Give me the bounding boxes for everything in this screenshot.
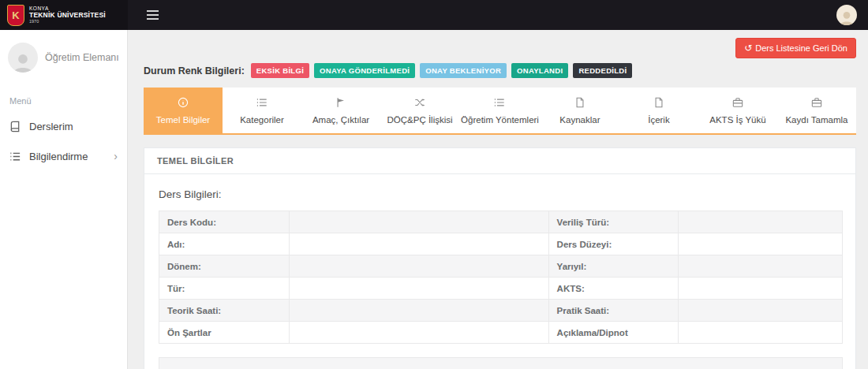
sidebar-item-label: Derslerim [29, 121, 73, 132]
sidebar-profile: Öğretim Elemanı [0, 30, 127, 80]
chevron-right-icon: › [114, 150, 118, 162]
shield-icon: K [7, 5, 24, 26]
briefcase-icon [811, 97, 822, 108]
status-badge-onaylandi: ONAYLANDI [511, 63, 568, 78]
field-value [679, 233, 843, 255]
main-content: ↺ Ders Listesine Geri Dön Durum Renk Bil… [128, 30, 868, 369]
file-icon [653, 97, 664, 108]
field-value [679, 255, 843, 278]
user-avatar[interactable] [836, 5, 857, 25]
panel-title: TEMEL BİLGİLER [144, 148, 855, 174]
tab-kaydi-tamamla[interactable]: Kaydı Tamamla [777, 88, 856, 133]
briefcase-icon [732, 97, 743, 108]
menu-section-label: Menü [0, 80, 127, 112]
tab-label: İçerik [648, 115, 669, 125]
undo-icon: ↺ [744, 43, 752, 53]
brand-text: KONYA TEKNİK ÜNİVERSİTESİ 1970 [29, 6, 106, 24]
tab-label: Kategoriler [240, 115, 284, 125]
table-row: Dönem: Yarıyıl: [159, 255, 843, 278]
field-label: Pratik Saati: [548, 300, 679, 322]
back-to-course-list-button[interactable]: ↺ Ders Listesine Geri Dön [735, 38, 856, 58]
field-label: AKTS: [548, 278, 679, 300]
shuffle-icon [414, 97, 425, 108]
legend-label: Durum Renk Bilgileri: [144, 65, 245, 76]
list-icon [256, 97, 268, 108]
brand-line3: 1970 [29, 19, 106, 24]
field-label: Tür: [159, 278, 290, 300]
list-icon [494, 97, 505, 108]
field-label: Ön Şartlar [159, 322, 290, 344]
temel-bilgiler-panel: TEMEL BİLGİLER Ders Bilgileri: Ders Kodu… [144, 147, 856, 369]
course-edit-tabbar: Temel Bilgiler Kategoriler Amaç, Çıktıla… [144, 88, 856, 135]
field-value [289, 233, 548, 255]
profile-name: Öğretim Elemanı [45, 52, 119, 63]
sidebar-item-derslerim[interactable]: Derslerim [0, 112, 127, 141]
flag-icon [335, 97, 346, 108]
field-value [289, 255, 548, 278]
person-icon [11, 51, 35, 73]
field-label: Ders Kodu: [159, 211, 290, 233]
table-row: Adı: Ders Düzeyi: [159, 233, 843, 255]
field-label: Yarıyıl: [548, 255, 679, 278]
field-label: Adı: [159, 233, 290, 255]
field-value [289, 300, 548, 322]
tab-label: DÖÇ&PÇ İlişkisi [387, 115, 453, 125]
table-row: Ders Kodu: Veriliş Türü: [159, 211, 843, 233]
status-badge-onaya-gonderilmedi: ONAYA GÖNDERİLMEDİ [314, 63, 415, 78]
sidebar: Öğretim Elemanı Menü Derslerim Bilgilend… [0, 30, 128, 369]
tab-doc-pc-iliskisi[interactable]: DÖÇ&PÇ İlişkisi [380, 88, 459, 133]
tab-label: AKTS İş Yükü [709, 115, 765, 125]
field-value [289, 278, 548, 300]
field-value [679, 300, 843, 322]
tab-label: Amaç, Çıktılar [312, 115, 369, 125]
field-label: Dönem: [159, 255, 290, 278]
field-value [679, 211, 843, 233]
sidebar-item-bilgilendirme[interactable]: Bilgilendirme › [0, 141, 127, 171]
list-icon [9, 151, 21, 162]
tab-ogretim-yontemleri[interactable]: Öğretim Yöntemleri [459, 88, 541, 133]
field-label: Ders Düzeyi: [548, 233, 679, 255]
tab-akts-is-yuku[interactable]: AKTS İş Yükü [698, 88, 777, 133]
field-value [679, 278, 843, 300]
info-icon [178, 97, 189, 108]
tab-temel-bilgiler[interactable]: Temel Bilgiler [144, 88, 223, 133]
field-value [679, 322, 843, 344]
hamburger-icon[interactable] [144, 7, 162, 23]
next-section-row [159, 357, 843, 369]
tab-label: Temel Bilgiler [156, 115, 210, 125]
person-icon [838, 9, 855, 25]
sidebar-item-label: Bilgilendirme [29, 151, 88, 162]
table-row: Tür: AKTS: [159, 278, 843, 300]
table-row: Teorik Saati: Pratik Saati: [159, 300, 843, 322]
back-button-label: Ders Listesine Geri Dön [755, 43, 847, 53]
brand-line2: TEKNİK ÜNİVERSİTESİ [29, 12, 106, 20]
field-label: Teorik Saati: [159, 300, 290, 322]
status-badge-eksik-bilgi: EKSİK BİLGİ [251, 63, 309, 78]
field-label: Açıklama/Dipnot [548, 322, 679, 344]
status-badge-reddedildi: REDDEDİLDİ [573, 63, 632, 78]
table-row: Ön Şartlar Açıklama/Dipnot [159, 322, 843, 344]
university-logo[interactable]: K KONYA TEKNİK ÜNİVERSİTESİ 1970 [0, 0, 128, 30]
status-badge-onay-bekleniyor: ONAY BEKLENİYOR [420, 63, 507, 78]
tab-label: Kaydı Tamamla [785, 115, 847, 125]
tab-kaynaklar[interactable]: Kaynaklar [541, 88, 619, 133]
tab-amac-ciktilar[interactable]: Amaç, Çıktılar [301, 88, 380, 133]
field-value [289, 211, 548, 233]
status-color-legend: Durum Renk Bilgileri: EKSİK BİLGİ ONAYA … [144, 63, 856, 78]
tab-kategoriler[interactable]: Kategoriler [223, 88, 301, 133]
profile-avatar[interactable] [8, 43, 38, 73]
section-subtitle: Ders Bilgileri: [159, 188, 843, 200]
course-info-table: Ders Kodu: Veriliş Türü: Adı: Ders Düzey… [159, 211, 843, 344]
field-value [289, 322, 548, 344]
tab-label: Kaynaklar [559, 115, 600, 125]
book-icon [9, 121, 21, 132]
tab-label: Öğretim Yöntemleri [461, 115, 539, 125]
field-label: Veriliş Türü: [548, 211, 679, 233]
tab-icerik[interactable]: İçerik [619, 88, 698, 133]
file-icon [574, 97, 586, 108]
top-navbar: K KONYA TEKNİK ÜNİVERSİTESİ 1970 [0, 0, 868, 30]
